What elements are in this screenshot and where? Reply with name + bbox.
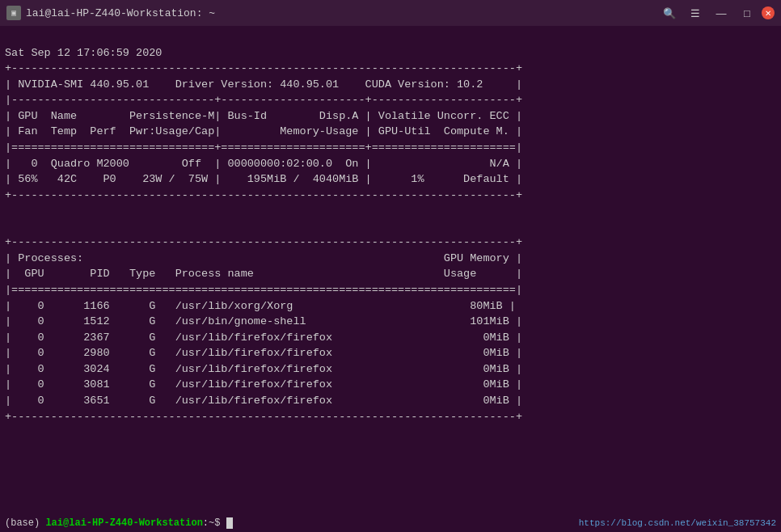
separator-line-1: +---------------------------------------… xyxy=(5,62,522,74)
process-row-5: | 0 3081 G /usr/lib/firefox/firefox 0MiB… xyxy=(5,378,522,391)
close-button[interactable]: ✕ xyxy=(762,6,775,19)
separator-line-7: +---------------------------------------… xyxy=(5,411,522,423)
window-title: lai@lai-HP-Z440-Workstation: ~ xyxy=(26,7,215,19)
prompt-path: :~$ xyxy=(203,517,226,529)
menu-button[interactable]: ☰ xyxy=(684,4,707,22)
nvidia-smi-line: | NVIDIA-SMI 440.95.01 Driver Version: 4… xyxy=(5,78,522,91)
minimize-button[interactable]: — xyxy=(710,4,732,22)
terminal-icon: ▣ xyxy=(6,6,21,20)
process-row-2: | 0 2367 G /usr/lib/firefox/firefox 0MiB… xyxy=(5,331,522,344)
prompt-prefix: (base) xyxy=(5,517,45,529)
title-bar-left: ▣ lai@lai-HP-Z440-Workstation: ~ xyxy=(6,6,215,20)
datetime-line: Sat Sep 12 17:06:59 2020 xyxy=(5,47,162,59)
separator-line-4: +---------------------------------------… xyxy=(5,189,522,201)
maximize-button[interactable]: □ xyxy=(736,4,758,22)
status-link: https://blog.csdn.net/weixin_38757342 xyxy=(579,518,776,528)
blank-line xyxy=(5,221,11,233)
process-row-4: | 0 3024 G /usr/lib/firefox/firefox 0MiB… xyxy=(5,363,522,375)
gpu-header2: | Fan Temp Perf Pwr:Usage/Cap| Memory-Us… xyxy=(5,125,522,137)
status-bar: (base) lai@lai-HP-Z440-Workstation:~$ ht… xyxy=(0,514,781,532)
separator-line-3: |===============================+=======… xyxy=(5,141,522,154)
prompt-line: (base) lai@lai-HP-Z440-Workstation:~$ xyxy=(5,517,233,529)
process-row-0: | 0 1166 G /usr/lib/xorg/Xorg 80MiB | xyxy=(5,300,516,312)
process-row-1: | 0 1512 G /usr/bin/gnome-shell 101MiB | xyxy=(5,315,522,327)
cursor xyxy=(226,517,233,529)
gpu-row1: | 0 Quadro M2000 Off | 00000000:02:00.0 … xyxy=(5,158,522,170)
search-button[interactable]: 🔍 xyxy=(658,4,681,22)
separator-line-2: |-------------------------------+-------… xyxy=(5,94,522,106)
gpu-row2: | 56% 42C P0 23W / 75W | 195MiB / 4040Mi… xyxy=(5,173,522,185)
processes-header: | Processes: GPU Memory | xyxy=(5,252,522,264)
separator-line-5: +---------------------------------------… xyxy=(5,236,522,248)
process-row-3: | 0 2980 G /usr/lib/firefox/firefox 0MiB… xyxy=(5,347,522,359)
separator-line-6: |=======================================… xyxy=(5,284,522,296)
title-bar: ▣ lai@lai-HP-Z440-Workstation: ~ 🔍 ☰ — □… xyxy=(0,0,781,26)
window-controls: 🔍 ☰ — □ ✕ xyxy=(658,4,775,22)
terminal-content: Sat Sep 12 17:06:59 2020 +--------------… xyxy=(0,26,781,532)
process-row-6: | 0 3651 G /usr/lib/firefox/firefox 0MiB… xyxy=(5,395,522,407)
processes-cols: | GPU PID Type Process name Usage | xyxy=(5,268,522,280)
prompt-user: lai@lai-HP-Z440-Workstation xyxy=(45,517,202,529)
gpu-header1: | GPU Name Persistence-M| Bus-Id Disp.A … xyxy=(5,110,522,122)
